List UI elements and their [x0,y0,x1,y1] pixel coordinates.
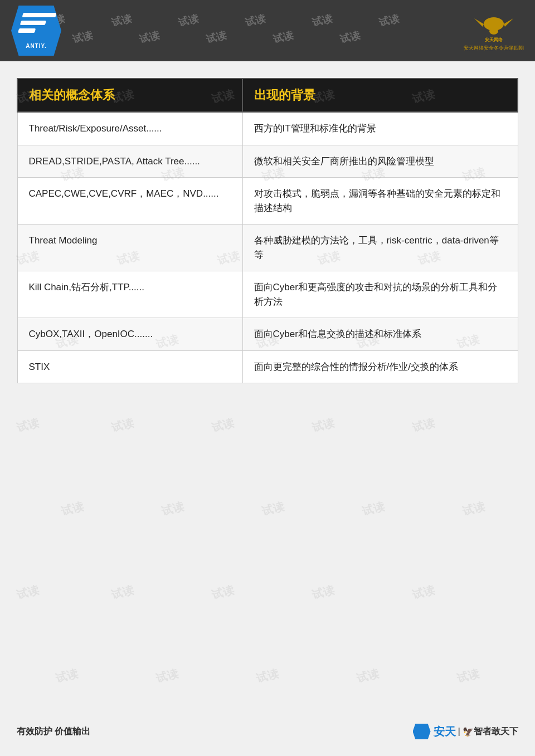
page-watermark-30: 试读 [15,582,41,602]
page-watermark-28: 试读 [361,499,386,519]
page-watermark-20: 试读 [15,415,41,435]
col2-header: 出现的背景 [242,79,518,112]
table-row: Threat Modeling各种威胁建模的方法论，工具，risk-centri… [17,225,518,271]
table-row: Kill Chain,钻石分析,TTP......面向Cyber和更高强度的攻击… [17,271,518,318]
table-cell-background: 对攻击模式，脆弱点，漏洞等各种基础的安全元素的标定和描述结构 [242,178,518,225]
header-watermarks: 试读 试读 试读 试读 试读 试读 试读 试读 试读 试读 试读 [0,0,535,61]
page-watermark-35: 试读 [54,666,80,686]
table-cell-background: 西方的IT管理和标准化的背景 [242,112,518,145]
page-watermark-38: 试读 [355,666,381,686]
table-row: CybOX,TAXII，OpenIOC.......面向Cyber和信息交换的描… [17,318,518,351]
table-cell-concept: Kill Chain,钻石分析,TTP...... [17,271,242,318]
page-watermark-37: 试读 [255,666,280,686]
header-subtitle: 安天网络安全冬令营第四期 [464,45,524,52]
table-cell-concept: Threat Modeling [17,225,242,271]
table-cell-concept: STIX [17,350,242,383]
antiy-logo: ANTIY. [11,6,61,56]
footer-antiy-text: 安天 | 🦅 智者敢天下 [434,724,518,739]
logo-stripes [16,13,56,41]
table-cell-concept: DREAD,STRIDE,PASTA, Attack Tree...... [17,145,242,178]
footer-antiy-label: 安天 [434,724,456,739]
table-cell-background: 各种威胁建模的方法论，工具，risk-centric，data-driven等等 [242,225,518,271]
page-watermark-36: 试读 [154,666,180,686]
page-watermark-26: 试读 [160,499,186,519]
watermark: 试读 [378,12,401,30]
watermark: 试读 [272,28,295,46]
table-cell-background: 面向Cyber和更高强度的攻击和对抗的场景的分析工具和分析方法 [242,271,518,318]
watermark: 试读 [110,12,133,30]
page-watermark-23: 试读 [310,415,336,435]
svg-marker-1 [474,18,484,27]
table-row: CAPEC,CWE,CVE,CVRF，MAEC，NVD......对攻击模式，脆… [17,178,518,225]
table-row: STIX面向更完整的综合性的情报分析/作业/交换的体系 [17,350,518,383]
footer-bird-icon: 🦅 [463,726,474,737]
logo-stripe-3 [18,28,36,33]
watermark: 试读 [138,28,161,46]
concept-table: 相关的概念体系 出现的背景 Threat/Risk/Exposure/Asset… [17,78,518,383]
table-cell-background: 面向Cyber和信息交换的描述和标准体系 [242,318,518,351]
page-watermark-24: 试读 [411,415,436,435]
main-content: 相关的概念体系 出现的背景 Threat/Risk/Exposure/Asset… [17,78,518,383]
table-cell-background: 微软和相关安全厂商所推出的风险管理模型 [242,145,518,178]
watermark: 试读 [71,28,94,46]
footer-right: 安天 | 🦅 智者敢天下 [413,724,518,739]
svg-point-3 [489,28,498,35]
header: 试读 试读 试读 试读 试读 试读 试读 试读 试读 试读 试读 ANTIY. [0,0,535,61]
watermark: 试读 [177,12,200,30]
footer-slogan-left: 有效防护 价值输出 [17,726,90,738]
page-watermark-34: 试读 [411,582,436,602]
table-row: Threat/Risk/Exposure/Asset......西方的IT管理和… [17,112,518,145]
table-cell-background: 面向更完整的综合性的情报分析/作业/交换的体系 [242,350,518,383]
table-cell-concept: CybOX,TAXII，OpenIOC....... [17,318,242,351]
logo-stripe-2 [20,21,46,25]
page-watermark-21: 试读 [110,415,135,435]
svg-text:安天网络: 安天网络 [484,37,503,42]
page-watermark-31: 试读 [110,582,135,602]
footer-antiy-icon [413,724,431,739]
page-watermark-33: 试读 [310,582,336,602]
header-right: 安天网络 安天网络安全冬令营第四期 [464,10,524,52]
watermark: 试读 [311,12,334,30]
page-watermark-25: 试读 [60,499,85,519]
svg-marker-2 [504,18,513,27]
page-watermark-27: 试读 [260,499,286,519]
watermark: 试读 [244,12,267,30]
page-watermark-39: 试读 [455,666,481,686]
footer-slogan-right: 智者敢天下 [474,726,518,738]
table-cell-concept: Threat/Risk/Exposure/Asset...... [17,112,242,145]
footer-divider: | [458,726,460,737]
footer: 有效防护 价值输出 安天 | 🦅 智者敢天下 [17,724,518,739]
watermark: 试读 [339,28,362,46]
watermark: 试读 [205,28,228,46]
page-watermark-22: 试读 [210,415,236,435]
page-watermark-32: 试读 [210,582,236,602]
page-watermark-29: 试读 [461,499,487,519]
table-cell-concept: CAPEC,CWE,CVE,CVRF，MAEC，NVD...... [17,178,242,225]
logo-stripe-1 [22,13,57,17]
header-right-graphic: 安天网络 [471,10,516,43]
table-row: DREAD,STRIDE,PASTA, Attack Tree......微软和… [17,145,518,178]
col1-header: 相关的概念体系 [17,79,242,112]
logo-text: ANTIY. [26,43,47,49]
